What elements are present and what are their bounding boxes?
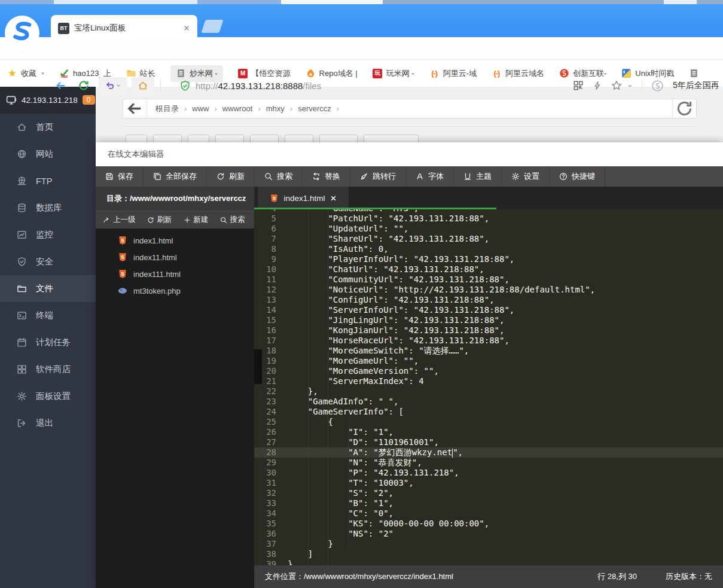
code-line[interactable]: 10 "ChatUrl": "42.193.131.218:88", xyxy=(254,264,723,275)
sidebar-item[interactable]: 首页 xyxy=(0,114,96,141)
code-line[interactable]: 12 "NoticeUrl": "http://42.193.131.218:8… xyxy=(254,285,723,295)
sidebar-item[interactable]: 安全 xyxy=(0,248,96,275)
code-line[interactable]: 15 "JingLingUrl": "42.193.131.218:88", xyxy=(254,315,723,325)
reload-icon[interactable] xyxy=(78,80,90,92)
sidebar-item[interactable]: 终端 xyxy=(0,302,96,329)
code-line[interactable]: 27 "D": "1101961001", xyxy=(254,437,723,447)
new-tab-button[interactable] xyxy=(201,20,223,33)
editor-toolbar-button[interactable]: 保存 xyxy=(96,166,144,187)
file-list-item[interactable]: mt3token.php xyxy=(96,282,254,299)
code-line[interactable]: 29 "N": "恭喜发财", xyxy=(254,458,723,468)
file-panel-action[interactable]: 上一级 xyxy=(103,215,136,225)
sidebar-item[interactable]: 数据库 xyxy=(0,194,96,221)
code-line[interactable]: 18 "MoreGameSwitch": "请选择……", xyxy=(254,346,723,356)
editor-tab-close-icon[interactable] xyxy=(330,195,337,202)
sidebar-item[interactable]: 退出 xyxy=(0,410,96,437)
browser-tab[interactable]: BT 宝塔Linux面板 xyxy=(51,15,197,41)
site-safety-shield-icon[interactable] xyxy=(179,80,191,92)
history-version-text[interactable]: 历史版本：无 xyxy=(666,571,712,582)
path-refresh-icon[interactable] xyxy=(672,99,696,118)
code-line[interactable]: 24 "GameServerInfo": [ xyxy=(254,407,723,417)
editor-toolbar-button[interactable]: 刷新 xyxy=(207,166,255,187)
code-line[interactable]: 30 "P": "42.193.131.218", xyxy=(254,468,723,478)
sogou-logo[interactable] xyxy=(5,16,39,50)
code-line[interactable]: 4 "GameName": "MT3", xyxy=(254,209,723,214)
bookmark-item[interactable]: ★ 收藏 xyxy=(7,68,44,79)
code-line[interactable]: 13 "ConfigUrl": "42.193.131.218:88", xyxy=(254,295,723,305)
sidebar-item[interactable]: 网站 xyxy=(0,141,96,167)
code-line[interactable]: 20 "MoreGameVersion": "", xyxy=(254,366,723,376)
panel-collapse-handle[interactable]: ‹ xyxy=(254,349,262,384)
bookmark-item[interactable]: 玩 玩米网 - xyxy=(373,68,414,79)
sidebar-item[interactable]: 计划任务 xyxy=(0,329,96,356)
search-engine-icon[interactable] xyxy=(651,80,664,92)
code-line[interactable]: 22 }, xyxy=(254,386,723,397)
search-suggestion-text[interactable]: 5年后全国再 xyxy=(673,80,719,91)
sidebar-item[interactable]: 面板设置 xyxy=(0,383,96,410)
editor-toolbar-button[interactable]: 快捷键 xyxy=(550,166,605,187)
line-number: 37 xyxy=(254,539,284,549)
sidebar-item[interactable]: 软件商店 xyxy=(0,356,96,383)
code-line[interactable]: 11 "CommunityUrl": "42.193.131.218:88", xyxy=(254,275,723,285)
breadcrumb-item[interactable]: wwwroot xyxy=(222,104,266,113)
code-line[interactable]: 19 "MoreGameUrl": "", xyxy=(254,356,723,366)
editor-tab[interactable]: 5 index1.html xyxy=(258,187,349,209)
code-line[interactable]: 39} xyxy=(254,559,723,565)
code-line[interactable]: 28 "A": "梦幻西游wkzy.net", xyxy=(254,447,723,458)
editor-toolbar-button[interactable]: 字体 xyxy=(406,166,454,187)
code-line[interactable]: 35 "KS": "0000-00-00 00:00:00", xyxy=(254,519,723,529)
code-line[interactable]: 36 "NS": "2" xyxy=(254,529,723,539)
address-bar[interactable]: http://42.193.131.218:8888/files xyxy=(179,74,321,97)
bookmark-item[interactable]: (-) 阿里云域名 xyxy=(492,68,544,79)
code-line[interactable]: 25 { xyxy=(254,417,723,427)
code-line[interactable]: 9 "PlayerInfoUrl": "42.193.131.218:88", xyxy=(254,254,723,264)
editor-toolbar-button[interactable]: 主题 xyxy=(454,166,502,187)
code-line[interactable]: 8 "IsAuth": 0, xyxy=(254,244,723,254)
tab-close-icon[interactable] xyxy=(183,25,190,32)
code-line[interactable]: 16 "KongJianUrl": "42.193.131.218:88", xyxy=(254,325,723,336)
notification-badge[interactable]: 0 xyxy=(83,95,95,105)
code-line[interactable]: 32 "S": "2", xyxy=(254,488,723,498)
undo-button[interactable] xyxy=(99,77,127,94)
editor-toolbar-button[interactable]: 替换 xyxy=(303,166,350,187)
breadcrumb-item[interactable]: 根目录 xyxy=(155,103,192,114)
file-list-item[interactable]: 5 index1.html xyxy=(96,232,254,249)
code-line[interactable]: 5 "PatchUrl": "42.193.131.218:88", xyxy=(254,214,723,224)
editor-toolbar-button[interactable]: 跳转行 xyxy=(350,166,406,187)
editor-toolbar-button[interactable]: 设置 xyxy=(502,166,550,187)
code-line[interactable]: 23 "GameAdInfo": " ", xyxy=(254,397,723,407)
sidebar-item[interactable]: 监控 xyxy=(0,221,96,248)
editor-toolbar-button[interactable]: 全部保存 xyxy=(144,166,207,187)
editor-toolbar-button[interactable]: 搜索 xyxy=(255,166,303,187)
code-line[interactable]: 38 ] xyxy=(254,549,723,559)
favorite-star-icon[interactable] xyxy=(611,80,622,91)
home-button[interactable] xyxy=(132,77,154,94)
file-list-item[interactable]: 5 index11.html xyxy=(96,249,254,266)
breadcrumb-item[interactable]: serverccz xyxy=(298,104,344,113)
code-editor[interactable]: 4 "GameName": "MT3",5 "PatchUrl": "42.19… xyxy=(254,209,723,565)
code-line[interactable]: 7 "ShareUrl": "42.193.131.218:88", xyxy=(254,234,723,244)
file-list-item[interactable]: 5 index111.html xyxy=(96,266,254,282)
sidebar-item[interactable]: 文件 xyxy=(0,275,96,302)
code-line[interactable]: 21 "ServerMaxIndex": 4 xyxy=(254,376,723,386)
code-line[interactable]: 14 "ServerInfoUrl": "42.193.131.218:88", xyxy=(254,305,723,315)
lightning-icon[interactable] xyxy=(593,81,602,90)
file-panel-action[interactable]: 新建 xyxy=(184,215,209,225)
code-line[interactable]: 17 "HorseRaceUrl": "42.193.131.218:88", xyxy=(254,336,723,346)
back-icon[interactable] xyxy=(55,80,67,92)
breadcrumb-item[interactable]: www xyxy=(192,104,222,113)
code-line[interactable]: 34 "C": "0", xyxy=(254,508,723,519)
file-panel-action[interactable]: 刷新 xyxy=(147,215,172,225)
bookmark-item[interactable]: (-) 阿里云-域 xyxy=(429,68,477,79)
file-panel-action[interactable]: 搜索 xyxy=(220,215,245,225)
code-line[interactable]: 33 "B": "1", xyxy=(254,498,723,508)
breadcrumb-item[interactable]: mhxy xyxy=(266,104,298,113)
code-line[interactable]: 26 "I": "1", xyxy=(254,427,723,437)
code-line[interactable]: 6 "UpdateUrl": "", xyxy=(254,224,723,234)
code-line[interactable]: 37 } xyxy=(254,539,723,549)
path-back-icon[interactable] xyxy=(123,99,147,118)
sidebar-item[interactable]: FTP xyxy=(0,167,96,194)
code-line[interactable]: 31 "T": "10003", xyxy=(254,478,723,488)
qr-code-icon[interactable] xyxy=(573,80,584,91)
star-caret-icon[interactable] xyxy=(627,83,633,89)
